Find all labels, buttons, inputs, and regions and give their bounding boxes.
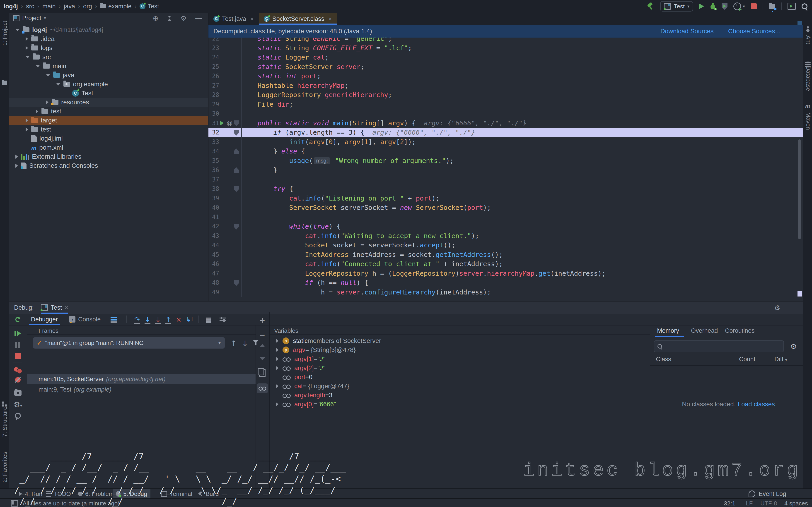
sidebar-item-favorites[interactable]: 2: Favorites xyxy=(1,452,8,483)
force-step-into-icon[interactable]: ↓ xyxy=(153,315,163,324)
code-line-36[interactable]: 36 } xyxy=(208,165,803,175)
chevron-right-icon[interactable] xyxy=(276,366,278,370)
step-out-icon[interactable]: ↑ xyxy=(163,315,173,324)
structure-icon[interactable] xyxy=(2,401,7,406)
stop-icon[interactable] xyxy=(15,353,21,359)
tree-item-external-libraries[interactable]: External Libraries xyxy=(9,152,208,161)
code-line-42[interactable]: 42 while(true) { xyxy=(208,222,803,231)
search-everywhere-icon[interactable] xyxy=(802,3,807,9)
line-separator[interactable]: LF xyxy=(746,500,753,507)
debug-button[interactable] xyxy=(710,3,716,10)
sidebar-item-ant[interactable]: Ant xyxy=(805,35,812,44)
tree-item-test[interactable]: test xyxy=(9,125,208,134)
gear-icon[interactable]: ⚙ xyxy=(790,342,797,351)
chevron-right-icon[interactable] xyxy=(276,384,278,388)
debug-settings-icon[interactable] xyxy=(219,317,226,322)
project-panel-header[interactable]: Project ▾ ⊕ ⚙ — xyxy=(9,13,208,23)
column-count[interactable]: Count xyxy=(739,356,755,363)
chevron-right-icon[interactable] xyxy=(46,100,48,104)
code-line-41[interactable]: 41 xyxy=(208,213,803,222)
fold-marker-icon[interactable] xyxy=(234,120,239,126)
tree-item-log4j-iml[interactable]: log4j.iml xyxy=(9,134,208,143)
tree-item-logs[interactable]: logs xyxy=(9,44,208,53)
fold-marker-icon[interactable] xyxy=(234,186,239,192)
code-line-40[interactable]: 40 ServerSocket serverSocket = new Serve… xyxy=(208,203,803,213)
chevron-right-icon[interactable] xyxy=(276,357,278,361)
tab-overhead[interactable]: Overhead xyxy=(691,327,718,334)
chevron-down-icon[interactable] xyxy=(15,29,19,31)
tab-console[interactable]: › Console xyxy=(69,316,101,323)
chevron-right-icon[interactable] xyxy=(26,37,28,41)
tree-item-resources[interactable]: resources xyxy=(9,98,208,107)
resume-icon[interactable] xyxy=(14,331,21,336)
breadcrumb[interactable]: log4j›src›main›java›org›example›CTest xyxy=(4,0,159,13)
previous-frame-icon[interactable]: ↑ xyxy=(231,339,237,348)
tree-item-test[interactable]: CTest xyxy=(9,89,208,98)
project-structure-icon[interactable] xyxy=(769,4,775,9)
code-line-37[interactable]: 37 xyxy=(208,175,803,184)
tab-debugger[interactable]: Debugger xyxy=(29,314,60,325)
hide-panel-icon[interactable]: — xyxy=(195,14,202,22)
chevron-right-icon[interactable] xyxy=(15,155,18,159)
code-line-27[interactable]: 27 Hashtable hierarchyMap; xyxy=(208,81,803,91)
chevron-right-icon[interactable] xyxy=(26,46,28,50)
pin-tab-icon[interactable] xyxy=(14,412,21,419)
code-editor[interactable]: 22 static String GENERIC = "generic";23 … xyxy=(208,34,803,297)
rerun-icon[interactable]: ↻ xyxy=(13,316,22,323)
drop-frame-icon[interactable]: × xyxy=(173,315,184,324)
close-icon[interactable]: × xyxy=(250,15,254,22)
toolwindow-button-todo[interactable]: TODO xyxy=(43,489,74,499)
code-line-30[interactable]: 30 xyxy=(208,109,803,119)
profiler-button[interactable] xyxy=(733,2,741,10)
chevron-right-icon[interactable] xyxy=(26,118,28,122)
fold-marker-icon[interactable] xyxy=(234,149,239,154)
pause-icon[interactable] xyxy=(15,342,20,348)
move-watch-up-icon[interactable] xyxy=(260,344,265,347)
code-line-33[interactable]: 33 init(argv[0], argv[1], argv[2]); xyxy=(208,137,803,147)
show-watches-toggle[interactable] xyxy=(257,383,268,393)
tab-memory[interactable]: Memory xyxy=(657,327,679,334)
frame-row[interactable]: main:105, SocketServer(org.apache.log4j.… xyxy=(27,374,256,384)
close-icon[interactable]: × xyxy=(65,304,68,311)
variable-row[interactable]: argv[0] = "6666" xyxy=(269,400,650,409)
thread-dump-icon[interactable] xyxy=(14,390,21,396)
mute-breakpoints-icon[interactable] xyxy=(15,377,21,383)
ant-icon[interactable] xyxy=(806,26,810,32)
breadcrumb-item[interactable]: example xyxy=(100,3,132,10)
next-frame-icon[interactable]: ↓ xyxy=(242,339,248,348)
sidebar-item-project[interactable]: 1: Project xyxy=(1,21,8,46)
variable-row[interactable]: argv.length = 3 xyxy=(269,391,650,400)
code-line-38[interactable]: 38 try { xyxy=(208,184,803,194)
step-over-icon[interactable]: ↷ xyxy=(132,315,142,324)
step-into-icon[interactable]: ↓ xyxy=(142,315,153,324)
fold-marker-icon[interactable] xyxy=(234,167,239,173)
caret-position[interactable]: 32:1 xyxy=(724,500,735,507)
tree-item-test[interactable]: test xyxy=(9,107,208,116)
remove-watch-icon[interactable]: − xyxy=(260,331,265,341)
code-line-28[interactable]: 28 LoggerRepository genericHierarchy; xyxy=(208,90,803,100)
project-strip-icon[interactable] xyxy=(2,80,7,84)
variable-row[interactable]: pargv = {String[3]@478} xyxy=(269,345,650,354)
editor-tab-test-java[interactable]: CTest.java× xyxy=(208,13,259,25)
run-configuration-select[interactable]: Test ▾ xyxy=(660,1,693,11)
run-with-coverage-button[interactable] xyxy=(722,3,727,10)
run-to-cursor-icon[interactable]: ↳I xyxy=(184,315,194,324)
code-line-23[interactable]: 23 static String CONFIG_FILE_EXT = ".lcf… xyxy=(208,44,803,53)
tree-item-scratches-and-consoles[interactable]: Scratches and Consoles xyxy=(9,161,208,170)
file-encoding[interactable]: UTF-8 xyxy=(760,500,777,507)
variable-row[interactable]: sstatic members of SocketServer xyxy=(269,336,650,345)
tree-item-pom-xml[interactable]: mpom.xml xyxy=(9,143,208,152)
build-icon[interactable] xyxy=(647,2,654,10)
breadcrumb-item[interactable]: org xyxy=(83,3,92,10)
sidebar-item-structure[interactable]: 7: Structure xyxy=(1,406,8,437)
move-watch-down-icon[interactable] xyxy=(260,357,265,360)
editor-tab-socketserver-class[interactable]: CSocketServer.class× xyxy=(259,13,337,25)
code-line-39[interactable]: 39 cat.info("Listening on port " + port)… xyxy=(208,194,803,203)
variable-row[interactable]: argv[2] = "./" xyxy=(269,363,650,373)
breadcrumb-item[interactable]: CTest xyxy=(140,3,159,10)
evaluate-expression-icon[interactable]: ▦ xyxy=(205,316,212,324)
code-line-31[interactable]: 31@ public static void main(String[] arg… xyxy=(208,119,803,128)
variable-row[interactable]: cat = {Logger@747} xyxy=(269,382,650,391)
code-line-29[interactable]: 29 File dir; xyxy=(208,100,803,109)
collapse-all-icon[interactable] xyxy=(167,16,172,20)
